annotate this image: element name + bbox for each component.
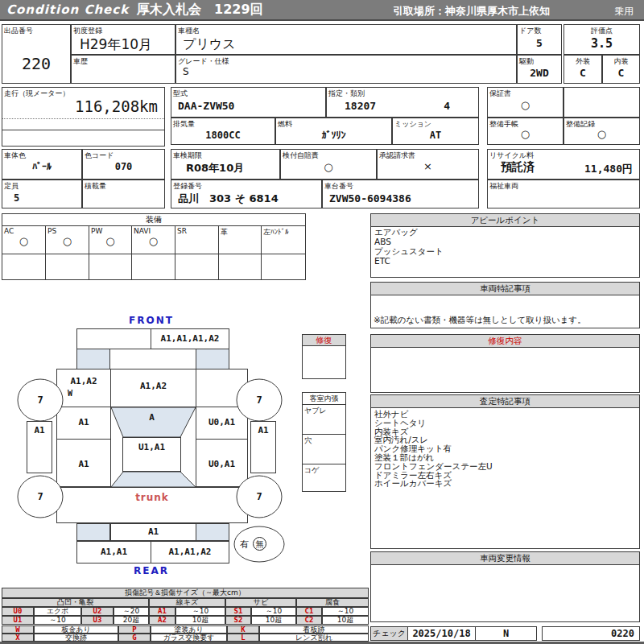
legend-code: A2	[149, 616, 175, 625]
legend-desc: エクボ	[34, 607, 81, 616]
welfare-label: 福祉車両	[489, 181, 518, 192]
approval-value: ×	[378, 160, 478, 172]
appeal-line: ETC	[371, 256, 639, 266]
registration-number-value: 品川 303 そ 6814	[178, 192, 279, 206]
model-code-label: 型式	[173, 89, 188, 99]
legend-desc: レンズ割れ	[259, 634, 369, 642]
insurance-value: ○	[281, 161, 376, 173]
legend-desc: 20超	[114, 616, 149, 625]
legend-desc: ～10	[175, 607, 225, 616]
legend-desc: 塗装あり	[151, 625, 227, 634]
recycle-fee-value: 11,480円	[584, 162, 633, 176]
check-row: チェック 2025/10/18 N	[370, 626, 537, 641]
right-front-door-codes: U0,A1	[196, 417, 247, 427]
assessment-line: フロントフェンダーステー左U	[371, 462, 639, 471]
mileage-box: 走行（現メーター） 116,208km	[2, 87, 165, 147]
legend-code: X	[2, 634, 34, 642]
equipment-value: ○	[2, 235, 45, 247]
rear-bumper-left-cell: A1,A1	[76, 541, 151, 564]
interior-grade-label: 内装	[603, 56, 639, 67]
model-name-label: 車種名	[178, 26, 200, 36]
doors-value: 5	[518, 37, 561, 49]
appeal-line: ABS	[371, 237, 639, 246]
repair-history-no-circled: 無	[253, 537, 266, 551]
recycle-fee-box: リサイクル料 預託済 11,480円	[487, 149, 640, 180]
model-name-box: 車種名 プリウス	[175, 24, 517, 55]
legend-code: P	[118, 625, 151, 634]
legend-code: W	[2, 625, 34, 634]
legend-code: C1	[296, 607, 322, 616]
legend-code: U0	[2, 607, 34, 616]
capacity-box: 定員 5	[2, 180, 82, 208]
legend-group-corrosion: 腐食	[296, 598, 369, 607]
chassis-number-box: 車台番号 ZVW50-6094386	[322, 180, 479, 208]
vehicle-notes-disclaimer: ※記載のない書類・機器等は無しとして取り扱います。	[374, 315, 586, 326]
drive-box: 駆動 2WD	[517, 55, 562, 84]
cabin-lining-title: 客室内張	[303, 393, 345, 405]
legend-code: S1	[225, 607, 251, 616]
pickup-location: 引取場所：神奈川県厚木市上依知	[393, 4, 550, 19]
left-fender-codes: A1,A2	[57, 376, 110, 386]
right-sill-codes: A1	[251, 425, 275, 436]
interior-grade-value: C	[603, 67, 639, 79]
front-cowl-right-shaded	[196, 349, 229, 369]
front-left-wheel-mark: 7	[31, 394, 50, 406]
grade-box: グレード・仕様 S	[175, 55, 517, 84]
front-bumper-left-cell	[76, 328, 151, 349]
assessment-line: シートヘタリ	[371, 419, 639, 427]
hood-codes: A1,A2	[111, 381, 196, 391]
equipment-label: 革	[221, 227, 228, 237]
legend-group-rust: サビ	[225, 598, 296, 607]
repair-detail-title: 修復内容	[371, 335, 639, 348]
drive-label: 駆動	[519, 56, 534, 67]
cabin-row-hole: 穴	[303, 435, 345, 464]
class-value-a: 18207	[345, 100, 376, 112]
class-label: 指定・類別	[328, 89, 365, 99]
approval-box: 承認請求書 ×	[377, 149, 479, 180]
appeal-points-title: アピールポイント	[371, 214, 639, 227]
diagram-rear-label: REAR	[105, 565, 198, 576]
right-front-door-cell: U0,A1	[196, 407, 248, 440]
inspection-box: 車検期限 R08年10月	[171, 149, 280, 180]
legend-desc: ～20	[114, 607, 149, 616]
assessment-line: ホイールカバーキズ	[371, 479, 639, 488]
cabin-row-hole-label: 穴	[304, 436, 312, 446]
auction-title: 厚木入札会 1229回	[137, 2, 263, 19]
equipment-label: 左ﾊﾝﾄﾞﾙ	[263, 227, 289, 237]
legend-code: C2	[296, 616, 322, 625]
repair-mark-title: 修復	[303, 335, 345, 346]
legend-desc: 看板跡	[259, 625, 369, 634]
assessment-notes-title: 査定特記事項	[371, 395, 639, 408]
windshield-codes: A	[129, 412, 175, 423]
equipment-value: ○	[132, 235, 175, 247]
mission-label: ミッション	[394, 119, 431, 130]
inspection-value: R08年10月	[186, 161, 244, 175]
legend-desc: 10超	[175, 616, 225, 625]
front-bumper-right-cell: A1,A1,A1,A2	[151, 328, 229, 349]
insurance-box: 検付自賠責 ○	[280, 149, 377, 180]
displacement-value: 1800CC	[171, 130, 275, 141]
cabin-lining-box: 客室内張 ヤブレ 穴 コゲ	[302, 392, 346, 492]
assessment-notes-panel: 査定特記事項 社外ナビ シートヘタリ 内装キズ 室内汚れ/スレ パンク修理キット…	[370, 394, 640, 549]
legend-desc: 交換跡	[34, 634, 118, 642]
insurance-label: 検付自賠責	[283, 151, 319, 161]
repair-detail-panel: 修復内容	[370, 334, 640, 393]
chassis-number-value: ZVW50-6094386	[329, 192, 411, 204]
legend-desc: 板金あり	[34, 625, 118, 634]
equipment-label: SR	[177, 227, 187, 235]
rear-panel-left-shaded	[76, 523, 110, 541]
check-label: チェック	[371, 627, 408, 640]
color-code-box: 色コード 070	[82, 149, 165, 180]
capacity-value: 5	[14, 192, 19, 204]
class-box: 指定・類別 18207 4	[326, 87, 479, 118]
roof-codes: U1,A1	[123, 442, 180, 452]
history-label: 車歴	[73, 56, 88, 67]
check-flag: N	[476, 627, 536, 640]
hood-cell: A1,A2	[110, 369, 196, 407]
legend-code: L	[227, 634, 259, 642]
model-code-value: DAA-ZVW50	[178, 100, 234, 112]
legend-desc: ～10	[322, 607, 369, 616]
equipment-col-ac: AC ○	[2, 226, 46, 279]
legend-group-scratch: 線キズ	[149, 598, 225, 607]
registration-number-label: 登録番号	[173, 181, 202, 192]
